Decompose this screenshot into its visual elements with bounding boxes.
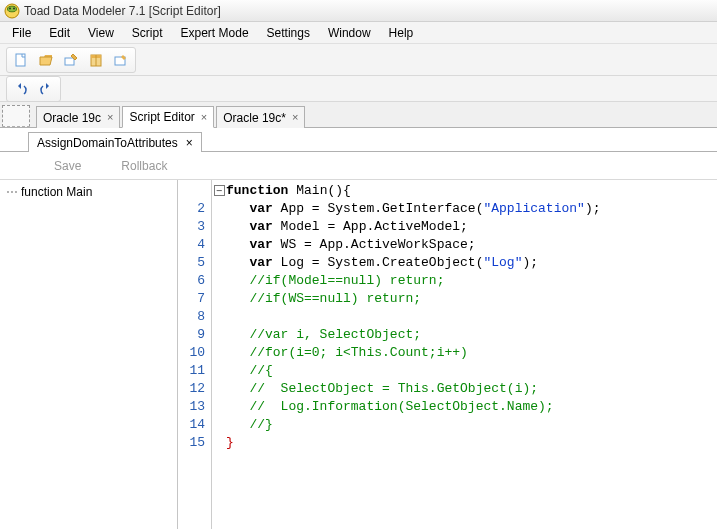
- tab-script-editor[interactable]: Script Editor×: [122, 106, 214, 128]
- line-number-gutter: 23456789101112131415: [178, 180, 212, 529]
- menu-expert-mode[interactable]: Expert Mode: [173, 24, 257, 42]
- package-button[interactable]: [84, 49, 108, 71]
- line-number: 4: [178, 236, 211, 254]
- fold-column: −: [212, 180, 226, 529]
- close-icon[interactable]: ×: [292, 112, 298, 123]
- save-action[interactable]: Save: [54, 159, 81, 173]
- app-icon: [4, 3, 20, 19]
- redo-button[interactable]: [34, 78, 58, 100]
- menu-view[interactable]: View: [80, 24, 122, 42]
- code-line[interactable]: //var i, SelectObject;: [226, 326, 717, 344]
- document-tabstrip: Oracle 19c×Script Editor×Oracle 19c*×: [0, 102, 717, 128]
- fold-toggle-icon[interactable]: −: [214, 185, 225, 196]
- tab-label: Oracle 19c: [43, 111, 101, 125]
- toolbar-group-history: [6, 76, 61, 102]
- tree-item-main[interactable]: ⋯ function Main: [2, 184, 175, 200]
- main-area: ⋯ function Main 23456789101112131415 − f…: [0, 180, 717, 529]
- open-button[interactable]: [34, 49, 58, 71]
- script-action-bar: Save Rollback: [0, 152, 717, 180]
- title-bar: Toad Data Modeler 7.1 [Script Editor]: [0, 0, 717, 22]
- undo-button[interactable]: [9, 78, 33, 100]
- code-line[interactable]: }: [226, 434, 717, 452]
- code-line[interactable]: function Main(){: [226, 182, 717, 200]
- svg-point-3: [13, 7, 15, 9]
- line-number: 10: [178, 344, 211, 362]
- script-wand-button[interactable]: [59, 49, 83, 71]
- svg-point-1: [8, 6, 17, 12]
- line-number: 7: [178, 290, 211, 308]
- code-line[interactable]: //{: [226, 362, 717, 380]
- line-number: 12: [178, 380, 211, 398]
- menu-script[interactable]: Script: [124, 24, 171, 42]
- history-toolbar: [0, 76, 717, 102]
- line-number: 6: [178, 272, 211, 290]
- code-line[interactable]: //if(WS==null) return;: [226, 290, 717, 308]
- sub-tabstrip: AssignDomainToAttributes ×: [0, 128, 717, 152]
- line-number: [178, 182, 211, 200]
- line-number: 11: [178, 362, 211, 380]
- line-number: 13: [178, 398, 211, 416]
- code-editor[interactable]: 23456789101112131415 − function Main(){ …: [178, 180, 717, 529]
- line-number: 9: [178, 326, 211, 344]
- code-line[interactable]: //for(i=0; i<This.Count;i++): [226, 344, 717, 362]
- tree-item-label: function Main: [21, 185, 92, 199]
- script-tree[interactable]: ⋯ function Main: [0, 180, 178, 529]
- svg-rect-5: [65, 58, 74, 65]
- close-icon[interactable]: ×: [107, 112, 113, 123]
- line-number: 15: [178, 434, 211, 452]
- menu-bar: FileEditViewScriptExpert ModeSettingsWin…: [0, 22, 717, 44]
- code-line[interactable]: var Model = App.ActiveModel;: [226, 218, 717, 236]
- code-line[interactable]: // SelectObject = This.GetObject(i);: [226, 380, 717, 398]
- subtab-label: AssignDomainToAttributes: [37, 136, 178, 150]
- code-line[interactable]: //}: [226, 416, 717, 434]
- tree-dotted-icon: ⋯: [6, 185, 17, 199]
- tab-well-placeholder[interactable]: [2, 105, 30, 127]
- code-text[interactable]: function Main(){ var App = System.GetInt…: [226, 180, 717, 529]
- rollback-action[interactable]: Rollback: [121, 159, 167, 173]
- svg-rect-4: [16, 54, 25, 66]
- svg-point-2: [9, 7, 11, 9]
- subtab-assign-domain[interactable]: AssignDomainToAttributes ×: [28, 132, 202, 152]
- line-number: 5: [178, 254, 211, 272]
- rename-button[interactable]: [109, 49, 133, 71]
- code-line[interactable]: var Log = System.CreateObject("Log");: [226, 254, 717, 272]
- menu-help[interactable]: Help: [381, 24, 422, 42]
- menu-file[interactable]: File: [4, 24, 39, 42]
- code-line[interactable]: // Log.Information(SelectObject.Name);: [226, 398, 717, 416]
- menu-settings[interactable]: Settings: [259, 24, 318, 42]
- main-toolbar: [0, 44, 717, 76]
- line-number: 3: [178, 218, 211, 236]
- line-number: 2: [178, 200, 211, 218]
- code-line[interactable]: var WS = App.ActiveWorkSpace;: [226, 236, 717, 254]
- window-title: Toad Data Modeler 7.1 [Script Editor]: [24, 4, 221, 18]
- tab-label: Script Editor: [129, 110, 194, 124]
- close-icon[interactable]: ×: [186, 136, 193, 150]
- menu-window[interactable]: Window: [320, 24, 379, 42]
- new-button[interactable]: [9, 49, 33, 71]
- tab-oracle-19c[interactable]: Oracle 19c×: [36, 106, 120, 128]
- line-number: 14: [178, 416, 211, 434]
- code-line[interactable]: var App = System.GetInterface("Applicati…: [226, 200, 717, 218]
- tab-oracle-19c-[interactable]: Oracle 19c*×: [216, 106, 305, 128]
- code-line[interactable]: [226, 308, 717, 326]
- tab-label: Oracle 19c*: [223, 111, 286, 125]
- toolbar-group-file: [6, 47, 136, 73]
- menu-edit[interactable]: Edit: [41, 24, 78, 42]
- code-line[interactable]: //if(Model==null) return;: [226, 272, 717, 290]
- close-icon[interactable]: ×: [201, 112, 207, 123]
- line-number: 8: [178, 308, 211, 326]
